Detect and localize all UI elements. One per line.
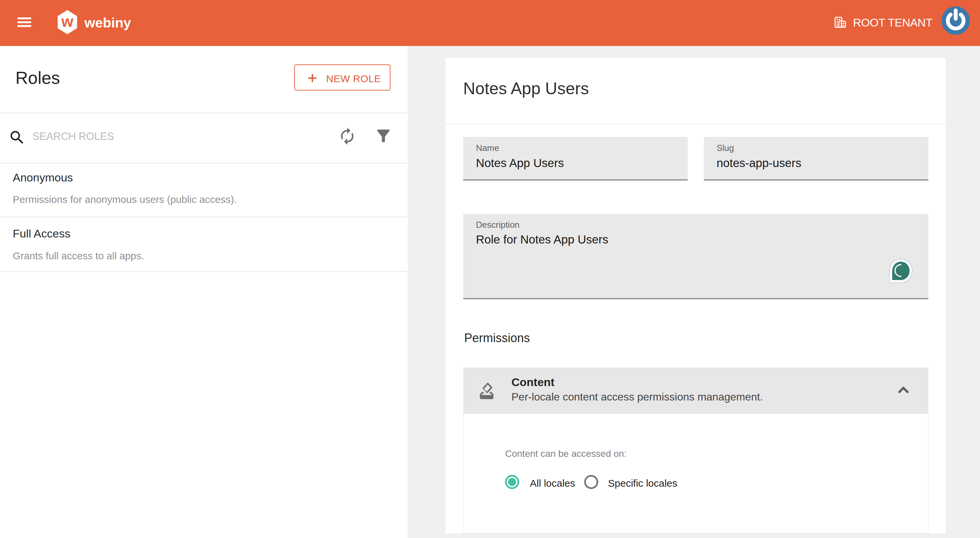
svg-text:w: w bbox=[61, 13, 73, 30]
